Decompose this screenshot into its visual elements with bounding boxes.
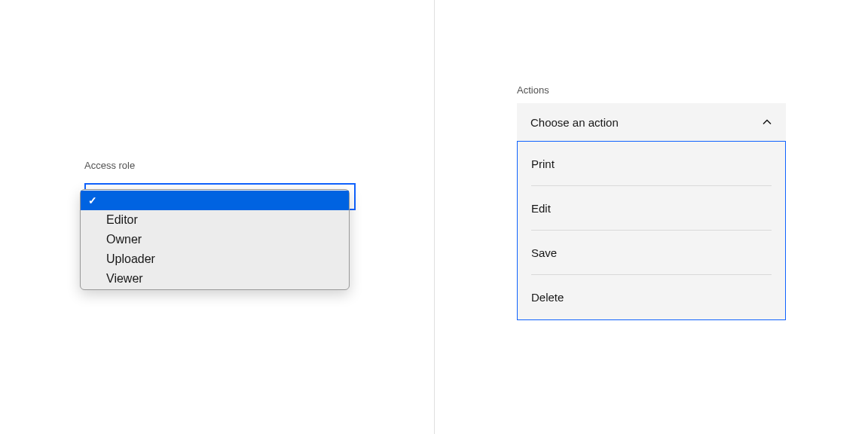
option-label: Edit [531, 202, 551, 215]
left-panel: Access role ✓ Editor Owner Uploader View… [0, 0, 434, 434]
option-label: Delete [531, 291, 564, 304]
actions-option-save[interactable]: Save [518, 231, 785, 275]
chevron-up-icon [762, 117, 772, 127]
option-label: Owner [106, 233, 142, 246]
option-label: Editor [106, 213, 138, 227]
access-role-option-editor[interactable]: Editor [81, 210, 349, 230]
access-role-label: Access role [84, 160, 356, 171]
actions-placeholder: Choose an action [530, 116, 619, 129]
actions-label: Actions [517, 84, 786, 96]
access-role-option-blank[interactable]: ✓ [81, 191, 349, 210]
right-panel: Actions Choose an action Print Edit Save… [434, 0, 868, 434]
actions-option-delete[interactable]: Delete [518, 275, 785, 319]
access-role-select: Access role ✓ Editor Owner Uploader View… [84, 160, 356, 177]
check-icon: ✓ [88, 194, 97, 206]
access-role-options-list: ✓ Editor Owner Uploader Viewer [80, 189, 350, 290]
actions-option-print[interactable]: Print [518, 142, 785, 186]
option-label: Print [531, 157, 555, 170]
access-role-option-viewer[interactable]: Viewer [81, 269, 349, 289]
actions-menu: Print Edit Save Delete [517, 141, 786, 320]
access-role-option-owner[interactable]: Owner [81, 230, 349, 249]
actions-trigger[interactable]: Choose an action [517, 103, 786, 141]
option-label: Save [531, 246, 557, 259]
option-label: Viewer [106, 272, 143, 286]
actions-dropdown: Actions Choose an action Print Edit Save… [517, 84, 786, 320]
access-role-option-uploader[interactable]: Uploader [81, 249, 349, 269]
actions-option-edit[interactable]: Edit [518, 186, 785, 231]
option-label: Uploader [106, 252, 155, 266]
